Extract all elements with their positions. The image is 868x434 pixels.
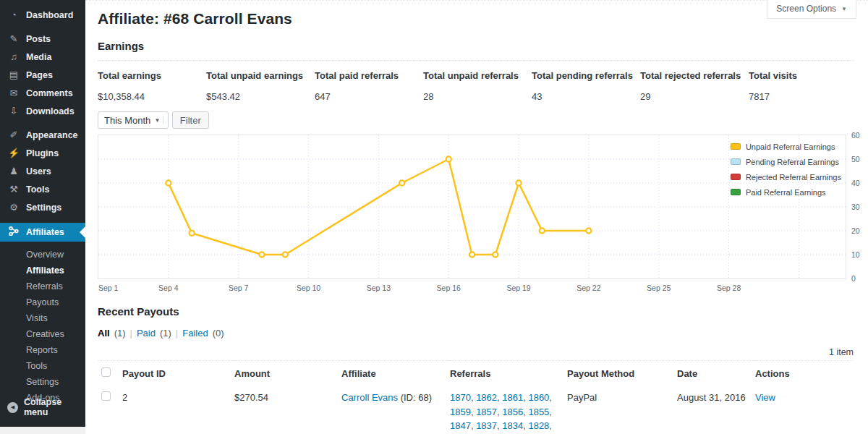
sidebar-item-appearance[interactable]: ✐ Appearance	[0, 126, 85, 144]
screen-options-label: Screen Options	[776, 4, 836, 14]
stat-label: Total pending referrals	[532, 70, 640, 81]
sidebar-item-plugins[interactable]: ⚡ Plugins	[0, 144, 85, 162]
earnings-stats-table: Total earnings Total unpaid earnings Tot…	[98, 60, 854, 102]
sidebar-subitem-reports[interactable]: Reports	[0, 342, 85, 358]
filter-all-link[interactable]: All	[98, 328, 110, 339]
amount-cell: $270.54	[234, 386, 341, 434]
gear-icon: ⚙	[7, 202, 20, 213]
sidebar-footer-gap	[0, 427, 85, 434]
dashboard-icon: ◔	[7, 9, 20, 20]
payout-method-cell: PayPal	[567, 386, 677, 434]
sidebar-item-label: Tools	[26, 184, 49, 195]
sidebar-item-posts[interactable]: ✎ Posts	[0, 30, 85, 48]
sidebar-item-label: Comments	[26, 88, 73, 98]
sidebar-item-users[interactable]: ♟ Users	[0, 162, 85, 180]
sidebar-subitem-affiliates[interactable]: Affiliates	[0, 263, 85, 278]
sidebar-subitem-visits[interactable]: Visits	[0, 310, 85, 326]
stat-value: 647	[315, 91, 423, 102]
actions-cell: View	[755, 386, 854, 434]
affiliate-link[interactable]: Carroll Evans	[341, 392, 398, 403]
filter-separator: |	[130, 328, 132, 339]
chart-y-tick-label: 0	[851, 274, 856, 283]
chart-x-tick-label: Sep 19	[506, 284, 530, 292]
sidebar-item-dashboard[interactable]: ◔ Dashboard	[0, 6, 85, 24]
screen-options-button[interactable]: Screen Options ▼	[767, 0, 856, 19]
stat-value: 7817	[749, 91, 854, 102]
sidebar-item-comments[interactable]: ✉ Comments	[0, 84, 85, 102]
sidebar-item-media[interactable]: ♫ Media	[0, 48, 85, 66]
filter-failed-count: (0)	[213, 328, 224, 339]
chart-x-tick-label: Sep 1	[98, 284, 118, 292]
comment-bubble-icon: ✉	[7, 88, 20, 98]
chart-x-tick-label: Sep 4	[158, 284, 178, 292]
date-range-select[interactable]: This Month ▾	[98, 111, 169, 129]
sidebar-item-label: Dashboard	[26, 10, 73, 20]
sidebar-item-affiliates[interactable]: Affiliates	[0, 223, 85, 242]
legend-swatch-icon	[731, 158, 741, 165]
download-icon: ⇩	[7, 106, 20, 116]
column-header-affiliate[interactable]: Affiliate	[341, 361, 450, 386]
filter-paid-link[interactable]: Paid	[137, 328, 156, 339]
column-header-payout-method[interactable]: Payout Method	[567, 361, 677, 386]
recent-payouts-heading: Recent Payouts	[98, 305, 854, 318]
chart-x-tick-label: Sep 22	[576, 284, 600, 292]
collapse-menu-button[interactable]: ◀ Collapse menu	[0, 397, 85, 417]
view-payout-link[interactable]: View	[755, 392, 775, 403]
chart-y-tick-label: 20	[851, 226, 860, 235]
sidebar-item-settings[interactable]: ⚙ Settings	[0, 198, 85, 216]
payout-id-cell: 2	[122, 386, 234, 434]
affiliates-submenu: Overview Affiliates Referrals Payouts Vi…	[0, 242, 85, 410]
date-cell: August 31, 2016	[677, 386, 755, 434]
sidebar-item-downloads[interactable]: ⇩ Downloads	[0, 102, 85, 120]
sidebar-item-label: Media	[26, 52, 51, 62]
column-header-referrals: Referrals	[450, 361, 567, 386]
sidebar-subitem-payouts[interactable]: Payouts	[0, 294, 85, 310]
collapse-arrow-icon: ◀	[7, 402, 18, 413]
earnings-heading: Earnings	[98, 40, 854, 52]
chart-x-tick-label: Sep 16	[437, 284, 461, 292]
sidebar-subitem-referrals[interactable]: Referrals	[0, 278, 85, 294]
stat-label: Total rejected referrals	[640, 70, 749, 81]
paintbrush-icon: ✐	[7, 129, 20, 140]
media-icon: ♫	[7, 51, 20, 62]
stat-label: Total visits	[749, 70, 854, 81]
stat-label: Total earnings	[98, 70, 206, 81]
affiliate-id-text: (ID: 68)	[398, 392, 432, 403]
stat-value: $543.42	[206, 91, 315, 102]
plugin-icon: ⚡	[7, 148, 20, 158]
column-header-date[interactable]: Date	[677, 361, 755, 386]
sidebar-item-tools[interactable]: ⚒ Tools	[0, 180, 85, 198]
legend-item: Rejected Referral Earnings	[731, 169, 841, 184]
column-header-amount[interactable]: Amount	[234, 361, 341, 386]
column-header-actions: Actions	[755, 361, 854, 386]
filter-failed-link[interactable]: Failed	[182, 328, 208, 339]
payout-table-row: 2 $270.54 Carroll Evans (ID: 68) 1870, 1…	[98, 386, 854, 434]
column-header-payout-id[interactable]: Payout ID	[122, 361, 234, 386]
chart-y-tick-label: 40	[851, 179, 860, 187]
select-arrow-icon: ▾	[156, 116, 163, 124]
sidebar-subitem-overview[interactable]: Overview	[0, 247, 85, 263]
row-checkbox[interactable]	[101, 391, 111, 401]
filter-button[interactable]: Filter	[172, 111, 209, 129]
stat-label: Total unpaid earnings	[206, 70, 315, 81]
stat-value: 28	[423, 91, 532, 102]
sidebar-subitem-creatives[interactable]: Creatives	[0, 326, 85, 342]
sidebar-item-label: Users	[26, 166, 51, 176]
sidebar-subitem-tools[interactable]: Tools	[0, 358, 85, 374]
tools-icon: ⚒	[7, 184, 20, 195]
chart-legend: Unpaid Referral EarningsPending Referral…	[731, 139, 841, 200]
user-icon: ♟	[7, 166, 20, 176]
chevron-down-icon: ▼	[841, 6, 847, 12]
stat-value: 43	[532, 91, 640, 102]
sidebar-item-pages[interactable]: ▤ Pages	[0, 66, 85, 84]
referral-id-links[interactable]: 1870, 1862, 1861, 1860, 1859, 1857, 1856…	[450, 392, 552, 434]
sidebar-item-label: Appearance	[26, 130, 78, 140]
sidebar-subitem-settings[interactable]: Settings	[0, 374, 85, 390]
select-all-checkbox[interactable]	[101, 367, 111, 377]
legend-label: Paid Referral Earnings	[746, 188, 826, 197]
date-range-selected-value: This Month	[104, 115, 150, 126]
stat-label: Total unpaid referrals	[423, 70, 532, 81]
payouts-table: Payout ID Amount Affiliate Referrals Pay…	[98, 360, 854, 434]
sidebar-item-label: Downloads	[26, 106, 75, 116]
sidebar-item-label: Settings	[26, 203, 61, 213]
